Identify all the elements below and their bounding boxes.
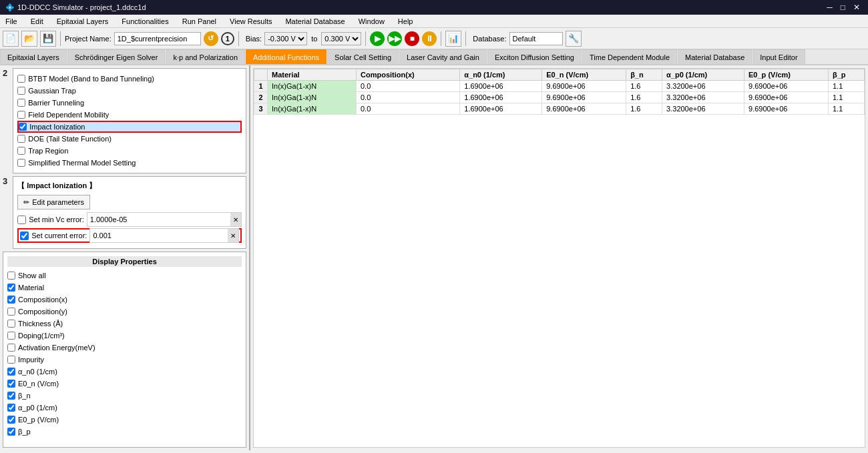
display-prop-checkbox-0[interactable]: [7, 272, 15, 280]
function-checkbox-7[interactable]: [17, 159, 25, 167]
tab-5[interactable]: Laser Cavity and Gain: [399, 49, 487, 64]
cell-bp[interactable]: 1.1: [828, 103, 864, 115]
cell-composition[interactable]: 0.0: [357, 81, 460, 92]
display-prop-checkbox-4[interactable]: [7, 320, 15, 328]
database-settings-button[interactable]: 🔧: [566, 31, 582, 47]
display-prop-checkbox-8[interactable]: [7, 368, 15, 376]
pause-button[interactable]: ⏸: [422, 31, 437, 46]
function-checkbox-row-1: Gaussian Trap: [17, 85, 242, 97]
toolbar: 📄 📂 💾 Project Name: ↺ 1 Bias: -0.300 V t…: [0, 28, 868, 49]
display-prop-checkbox-9[interactable]: [7, 380, 15, 388]
menu-item-edit[interactable]: Edit: [28, 16, 46, 27]
display-prop-checkbox-3[interactable]: [7, 308, 15, 316]
function-checkbox-1[interactable]: [17, 87, 25, 95]
clear-current-button[interactable]: ✕: [228, 229, 238, 242]
menu-item-functionalities[interactable]: Functionalities: [119, 16, 171, 27]
function-checkbox-row-6: Trap Region: [17, 145, 242, 157]
database-input[interactable]: [509, 32, 563, 45]
tab-1[interactable]: Schrödinger Eigen Solver: [67, 49, 166, 64]
function-checkbox-5[interactable]: [17, 135, 25, 143]
function-label-6: Trap Region: [28, 147, 68, 155]
cell-bn[interactable]: 1.6: [626, 103, 662, 115]
cell-an0[interactable]: 1.6900e+06: [460, 81, 542, 92]
bias-to-select[interactable]: 0.300 V: [321, 32, 361, 45]
cell-E0p[interactable]: 9.6900e+06: [744, 103, 829, 115]
cell-ap0[interactable]: 3.3200e+06: [662, 103, 744, 115]
function-checkbox-3[interactable]: [17, 111, 25, 119]
close-button[interactable]: ✕: [851, 3, 863, 12]
cell-bn[interactable]: 1.6: [626, 81, 662, 92]
cell-E0n[interactable]: 9.6900e+06: [542, 92, 626, 103]
tab-8[interactable]: Material Database: [678, 49, 752, 64]
row-number: 1: [254, 81, 268, 92]
tab-4[interactable]: Solar Cell Setting: [327, 49, 399, 64]
refresh-button[interactable]: ↺: [204, 31, 218, 46]
minimize-button[interactable]: ─: [824, 3, 835, 12]
display-prop-checkbox-11[interactable]: [7, 404, 15, 412]
display-prop-checkbox-13[interactable]: [7, 428, 15, 436]
menu-item-material-database[interactable]: Material Database: [282, 16, 347, 27]
stop-button[interactable]: ■: [405, 31, 419, 46]
cell-an0[interactable]: 1.6900e+06: [460, 92, 542, 103]
save-button[interactable]: 💾: [40, 31, 56, 47]
display-prop-row-12: E0_p (V/cm): [7, 414, 242, 426]
maximize-button[interactable]: □: [838, 3, 848, 12]
cell-E0p[interactable]: 9.6900e+06: [744, 92, 829, 103]
step-3-label: 3: [3, 176, 7, 186]
display-properties-panel: Display Properties Show allMaterialCompo…: [3, 252, 246, 448]
display-prop-checkbox-10[interactable]: [7, 392, 15, 400]
display-prop-checkbox-2[interactable]: [7, 296, 15, 304]
open-button[interactable]: 📂: [21, 31, 37, 47]
cell-E0n[interactable]: 9.6900e+06: [542, 81, 626, 92]
menu-item-help[interactable]: Help: [395, 16, 416, 27]
display-prop-checkbox-5[interactable]: [7, 332, 15, 340]
tab-3[interactable]: Additional Functions: [246, 49, 327, 64]
new-button[interactable]: 📄: [3, 31, 19, 47]
display-prop-checkbox-1[interactable]: [7, 284, 15, 292]
tab-6[interactable]: Exciton Diffusion Setting: [487, 49, 582, 64]
edit-params-button[interactable]: ✏ Edit parameters: [17, 195, 90, 209]
tab-0[interactable]: Epitaxial Layers: [0, 49, 67, 64]
cell-E0p[interactable]: 9.6900e+06: [744, 81, 829, 92]
cell-an0[interactable]: 1.6900e+06: [460, 103, 542, 115]
cell-E0n[interactable]: 9.6900e+06: [542, 103, 626, 115]
display-prop-checkbox-7[interactable]: [7, 356, 15, 364]
project-name-input[interactable]: [114, 32, 201, 45]
cell-bn[interactable]: 1.6: [626, 92, 662, 103]
tab-7[interactable]: Time Dependent Module: [582, 49, 677, 64]
table-header---n: β_n: [626, 69, 662, 81]
cell-bp[interactable]: 1.1: [828, 92, 864, 103]
cell-composition[interactable]: 0.0: [357, 92, 460, 103]
cell-material[interactable]: In(x)Ga(1-x)N: [268, 81, 357, 92]
display-prop-checkbox-12[interactable]: [7, 416, 15, 424]
function-checkbox-4[interactable]: [19, 123, 27, 131]
cell-composition[interactable]: 0.0: [357, 103, 460, 115]
function-checkbox-2[interactable]: [17, 99, 25, 107]
cell-ap0[interactable]: 3.3200e+06: [662, 81, 744, 92]
menu-item-file[interactable]: File: [3, 16, 20, 27]
function-checkbox-0[interactable]: [17, 75, 25, 83]
cell-bp[interactable]: 1.1: [828, 81, 864, 92]
set-current-input[interactable]: [90, 229, 228, 242]
set-min-vc-row: Set min Vc error: ✕: [17, 212, 242, 227]
menu-item-epitaxial-layers[interactable]: Epitaxial Layers: [54, 16, 112, 27]
set-current-checkbox[interactable]: [20, 232, 29, 240]
cell-material[interactable]: In(x)Ga(1-x)N: [268, 103, 357, 115]
bias-from-select[interactable]: -0.300 V: [264, 32, 307, 45]
run-button[interactable]: ▶: [370, 31, 385, 46]
chart-button[interactable]: 📊: [445, 31, 461, 47]
menu-item-view-results[interactable]: View Results: [227, 16, 274, 27]
cell-material[interactable]: In(x)Ga(1-x)N: [268, 92, 357, 103]
tab-2[interactable]: k·p and Polarization: [166, 49, 245, 64]
menu-item-run-panel[interactable]: Run Panel: [180, 16, 219, 27]
menu-item-window[interactable]: Window: [356, 16, 387, 27]
display-prop-checkbox-6[interactable]: [7, 344, 15, 352]
set-min-vc-input[interactable]: [87, 213, 230, 226]
cell-ap0[interactable]: 3.3200e+06: [662, 92, 744, 103]
set-min-vc-checkbox[interactable]: [17, 215, 26, 224]
tab-9[interactable]: Input Editor: [752, 49, 805, 64]
clear-min-vc-button[interactable]: ✕: [230, 213, 241, 226]
function-checkbox-6[interactable]: [17, 147, 25, 155]
display-prop-label-6: Activation Energy(meV): [18, 344, 95, 352]
run-all-button[interactable]: ▶▶: [387, 31, 402, 46]
